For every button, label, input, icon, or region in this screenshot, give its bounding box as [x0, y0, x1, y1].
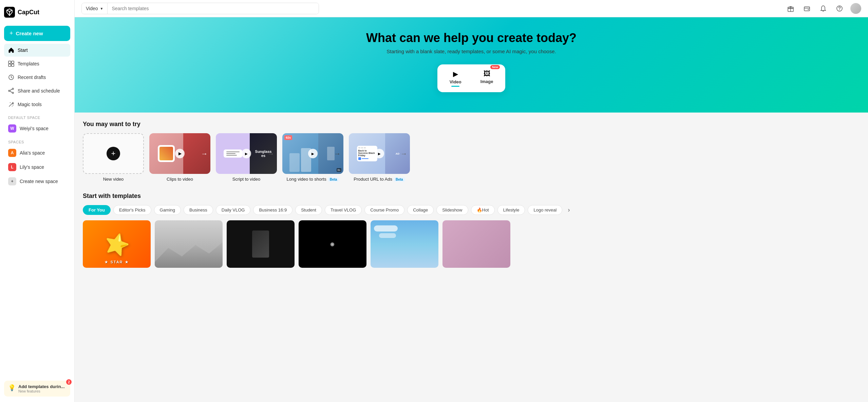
- product-url-thumb: Back to Success Black Friday → AD: [349, 133, 410, 174]
- my-space-item[interactable]: W Weiyi's space: [4, 122, 70, 135]
- sidebar-item-share-label: Share and schedule: [18, 88, 60, 94]
- home-icon: [8, 47, 14, 53]
- lily-space-label: Lily's space: [20, 164, 44, 170]
- sidebar-item-start[interactable]: Start: [4, 44, 70, 57]
- hero-tab-image[interactable]: New 🖼 Image: [472, 67, 502, 89]
- image-tab-label: Image: [480, 79, 493, 84]
- wallet-icon: [804, 5, 810, 12]
- template-tab-collage[interactable]: Collage: [407, 205, 434, 215]
- banner-text: Add templates durin... New features: [18, 384, 65, 393]
- long-video-beta-badge: Beta: [328, 177, 339, 182]
- template-tab-student[interactable]: Student: [295, 205, 322, 215]
- template-thumb-4[interactable]: ◉: [299, 220, 366, 268]
- spaces-label: Spaces: [4, 136, 70, 146]
- template-thumb-1[interactable]: ⭐ ★ STAR ★: [83, 220, 151, 268]
- image-tab-icon: 🖼: [484, 70, 490, 78]
- new-video-plus-icon: +: [107, 147, 120, 160]
- template-thumb-5[interactable]: [371, 220, 438, 268]
- create-new-space-item[interactable]: + Create new space: [4, 175, 70, 188]
- create-new-button[interactable]: + Create new: [4, 26, 70, 41]
- svg-point-7: [12, 88, 14, 89]
- new-video-label: New video: [103, 177, 124, 182]
- template-tab-gaming[interactable]: Gaming: [154, 205, 181, 215]
- svg-rect-18: [804, 7, 810, 11]
- lily-space-item[interactable]: L Lily's space: [4, 160, 70, 174]
- template-thumb-3[interactable]: [227, 220, 295, 268]
- help-icon: [836, 5, 843, 12]
- clips-to-video-thumb: → ▶: [149, 133, 210, 174]
- banner-icon: 💡: [8, 384, 16, 391]
- product-url-card[interactable]: Back to Success Black Friday → AD: [349, 133, 410, 182]
- new-badge: New: [490, 65, 500, 69]
- svg-rect-4: [8, 64, 11, 66]
- svg-rect-2: [8, 61, 11, 63]
- share-icon: [8, 88, 14, 94]
- search-type-button[interactable]: Video ▼: [82, 3, 108, 14]
- template-tab-hot[interactable]: 🔥Hot: [471, 205, 495, 215]
- template-tab-slideshow[interactable]: Slideshow: [436, 205, 468, 215]
- svg-rect-3: [12, 61, 14, 63]
- content-area: What can we help you create today? Start…: [75, 17, 868, 402]
- alia-space-avatar: A: [8, 149, 16, 157]
- svg-point-8: [12, 92, 14, 94]
- template-thumb-2[interactable]: [155, 220, 223, 268]
- sidebar-item-recent-drafts[interactable]: Recent drafts: [4, 71, 70, 84]
- sidebar-item-templates[interactable]: Templates: [4, 57, 70, 70]
- capcut-logo-icon: [4, 7, 15, 18]
- sidebar-item-templates-label: Templates: [18, 61, 39, 66]
- video-tab-icon: ▶: [453, 70, 458, 78]
- topbar: Video ▼: [75, 0, 868, 17]
- drafts-icon: [8, 74, 14, 80]
- template-tab-daily-vlog[interactable]: Daily VLOG: [216, 205, 251, 215]
- svg-line-10: [10, 89, 12, 91]
- product-url-label: Product URL to AdsBeta: [354, 177, 405, 182]
- clips-to-video-card[interactable]: → ▶ Clips to video: [149, 133, 210, 182]
- help-button[interactable]: [834, 3, 845, 14]
- bell-button[interactable]: [818, 3, 829, 14]
- alia-space-item[interactable]: A Alia's space: [4, 146, 70, 160]
- add-templates-banner[interactable]: 💡 Add templates durin... New features 2: [4, 381, 70, 397]
- svg-line-11: [10, 91, 12, 93]
- wallet-button[interactable]: [801, 3, 812, 14]
- search-type-label: Video: [86, 6, 98, 11]
- long-video-card[interactable]: 92s → 8s ▶: [282, 133, 343, 182]
- lily-space-avatar: L: [8, 163, 16, 171]
- templates-icon: [8, 61, 14, 67]
- template-tabs-next-button[interactable]: ›: [565, 205, 572, 215]
- sidebar-bottom: 💡 Add templates durin... New features 2: [4, 377, 70, 397]
- create-new-label: Create new: [16, 31, 43, 36]
- template-tab-business-16-9[interactable]: Business 16:9: [253, 205, 293, 215]
- template-tab-for-you[interactable]: For You: [83, 205, 111, 215]
- bell-icon: [820, 5, 827, 12]
- template-tab-lifestyle[interactable]: Lifestyle: [497, 205, 525, 215]
- template-tab-travel-vlog[interactable]: Travel VLOG: [325, 205, 362, 215]
- template-tab-logo-reveal[interactable]: Logo reveal: [528, 205, 562, 215]
- long-video-thumb: 92s → 8s ▶: [282, 133, 343, 174]
- template-tab-editors-picks[interactable]: Editor's Picks: [113, 205, 151, 215]
- sidebar-item-magic-tools[interactable]: Magic tools: [4, 98, 70, 111]
- sidebar-item-drafts-label: Recent drafts: [18, 75, 46, 80]
- sidebar-item-share-schedule[interactable]: Share and schedule: [4, 84, 70, 97]
- gift-button[interactable]: [785, 3, 796, 14]
- search-container: Video ▼: [81, 3, 319, 14]
- banner-title: Add templates durin...: [18, 384, 65, 389]
- my-space-label: Weiyi's space: [20, 126, 49, 131]
- hero-tab-video[interactable]: ▶ Video: [441, 67, 470, 89]
- alia-space-label: Alia's space: [20, 150, 45, 156]
- magic-icon: [8, 101, 14, 107]
- template-thumb-6[interactable]: [442, 220, 510, 268]
- my-space-avatar: W: [8, 124, 16, 133]
- long-video-label: Long video to shortsBeta: [287, 177, 339, 182]
- banner-badge: 2: [66, 379, 72, 385]
- new-video-card[interactable]: + New video: [83, 133, 144, 182]
- video-tab-label: Video: [450, 79, 461, 84]
- try-section: You may want to try + New video: [75, 113, 868, 187]
- script-to-video-card[interactable]: → Sunglasses ▶ Script to video: [216, 133, 277, 182]
- template-tab-course-promo[interactable]: Course Promo: [364, 205, 404, 215]
- new-video-thumb: +: [83, 133, 144, 174]
- try-section-title: You may want to try: [83, 121, 860, 128]
- template-tab-business[interactable]: Business: [184, 205, 213, 215]
- search-input[interactable]: [108, 3, 319, 14]
- user-avatar[interactable]: [850, 3, 861, 14]
- product-url-beta-badge: Beta: [394, 177, 405, 182]
